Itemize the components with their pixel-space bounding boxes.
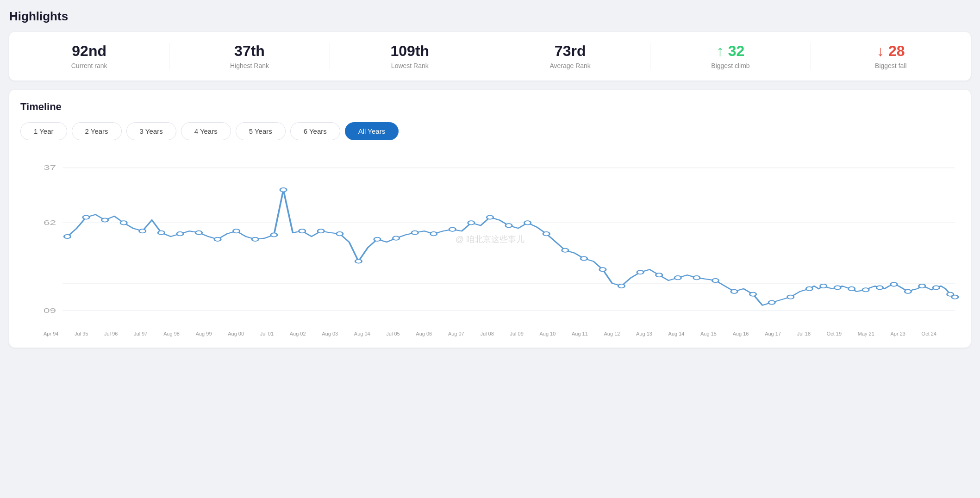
svg-point-26 [412, 231, 418, 235]
stat-biggest-fall: ↓ 28 Biggest fall [811, 43, 971, 69]
x-label: Aug 06 [416, 331, 432, 336]
svg-point-17 [252, 237, 258, 241]
x-label: Jul 01 [260, 331, 274, 336]
svg-point-37 [618, 284, 624, 288]
svg-text:37: 37 [44, 164, 56, 172]
svg-point-12 [158, 231, 164, 235]
x-label: Aug 17 [765, 331, 781, 336]
stat-average-rank: 73rd Average Rank [490, 43, 650, 69]
x-axis-labels: Apr 94 Jul 95 Jul 96 Jul 97 Aug 98 Aug 9… [20, 327, 960, 336]
page-title: Highlights [9, 9, 971, 24]
svg-point-32 [524, 221, 531, 224]
svg-point-18 [271, 233, 277, 237]
svg-point-44 [750, 293, 756, 296]
x-label: Aug 11 [572, 331, 588, 336]
x-label: Aug 99 [196, 331, 212, 336]
stat-label-biggest-fall: Biggest fall [811, 62, 971, 69]
svg-point-23 [355, 260, 362, 263]
timeline-card: Timeline 1 Year 2 Years 3 Years 4 Years … [9, 90, 971, 348]
x-label: Apr 23 [891, 331, 905, 336]
stat-label-lowest-rank: Lowest Rank [330, 62, 490, 69]
stat-label-average-rank: Average Rank [490, 62, 650, 69]
x-label: Apr 94 [44, 331, 58, 336]
svg-point-49 [834, 286, 841, 290]
svg-point-43 [731, 290, 737, 293]
stat-value-highest-rank: 37th [169, 43, 329, 59]
svg-point-14 [195, 231, 202, 235]
svg-point-56 [933, 286, 939, 290]
x-label: Aug 12 [604, 331, 620, 336]
x-label: Jul 09 [510, 331, 523, 336]
svg-point-30 [487, 216, 493, 219]
svg-point-52 [876, 286, 883, 290]
svg-point-15 [214, 237, 221, 241]
x-label: Aug 15 [700, 331, 717, 336]
timeline-title: Timeline [20, 101, 960, 113]
x-label: Aug 02 [290, 331, 306, 336]
x-label: Jul 95 [75, 331, 88, 336]
svg-point-33 [543, 232, 549, 236]
x-label: Aug 13 [636, 331, 652, 336]
svg-point-16 [233, 229, 240, 233]
svg-point-13 [177, 232, 183, 236]
stat-biggest-climb: ↑ 32 Biggest climb [650, 43, 811, 69]
svg-point-29 [468, 221, 474, 224]
svg-point-25 [393, 237, 399, 240]
stat-value-lowest-rank: 109th [330, 43, 490, 59]
svg-point-40 [674, 276, 681, 280]
filter-3years[interactable]: 3 Years [126, 122, 176, 140]
x-label: Aug 98 [163, 331, 180, 336]
svg-point-20 [299, 229, 306, 233]
filter-4years[interactable]: 4 Years [181, 122, 231, 140]
svg-point-45 [768, 301, 775, 305]
stat-label-highest-rank: Highest Rank [169, 62, 329, 69]
x-label: Aug 03 [322, 331, 338, 336]
svg-point-51 [862, 288, 869, 292]
stat-value-average-rank: 73rd [490, 43, 650, 59]
highlights-card: 92nd Current rank 37th Highest Rank 109t… [9, 32, 971, 81]
chart-svg: 37 62 09 [20, 151, 960, 327]
svg-point-42 [712, 279, 718, 282]
svg-point-8 [83, 216, 89, 219]
svg-text:62: 62 [44, 219, 56, 226]
stat-value-biggest-fall: ↓ 28 [811, 43, 971, 59]
svg-point-34 [562, 249, 568, 252]
svg-point-48 [820, 284, 827, 288]
x-label: Jul 97 [134, 331, 147, 336]
svg-point-7 [64, 235, 70, 238]
stat-lowest-rank: 109th Lowest Rank [330, 43, 490, 69]
svg-point-35 [581, 257, 587, 261]
svg-point-24 [374, 237, 381, 241]
x-label: Jul 08 [480, 331, 493, 336]
svg-point-50 [849, 287, 855, 291]
filter-allyears[interactable]: All Years [345, 122, 399, 140]
x-label: Aug 16 [733, 331, 749, 336]
stat-value-biggest-climb: ↑ 32 [650, 43, 810, 59]
stat-current-rank: 92nd Current rank [9, 43, 169, 69]
time-filters: 1 Year 2 Years 3 Years 4 Years 5 Years 6… [20, 122, 960, 140]
stat-highest-rank: 37th Highest Rank [169, 43, 330, 69]
svg-point-11 [139, 229, 146, 233]
stat-label-current-rank: Current rank [9, 62, 169, 69]
x-label: Aug 14 [668, 331, 685, 336]
stat-label-biggest-climb: Biggest climb [650, 62, 810, 69]
svg-point-9 [102, 218, 108, 222]
chart-area: @ 咱北京这些事儿 37 62 09 [20, 151, 960, 327]
svg-point-58 [952, 295, 958, 299]
filter-5years[interactable]: 5 Years [236, 122, 286, 140]
filter-6years[interactable]: 6 Years [290, 122, 340, 140]
svg-point-36 [599, 268, 606, 271]
x-label: May 21 [858, 331, 874, 336]
x-label: Aug 00 [228, 331, 244, 336]
svg-point-46 [787, 295, 794, 299]
x-label: Jul 05 [386, 331, 399, 336]
svg-point-38 [637, 270, 643, 274]
filter-1year[interactable]: 1 Year [20, 122, 67, 140]
x-label: Aug 04 [354, 331, 370, 336]
svg-point-39 [656, 273, 662, 277]
svg-point-55 [919, 284, 925, 288]
x-label: Aug 10 [539, 331, 556, 336]
svg-point-19 [280, 188, 287, 192]
filter-2years[interactable]: 2 Years [72, 122, 122, 140]
svg-point-54 [905, 290, 911, 293]
